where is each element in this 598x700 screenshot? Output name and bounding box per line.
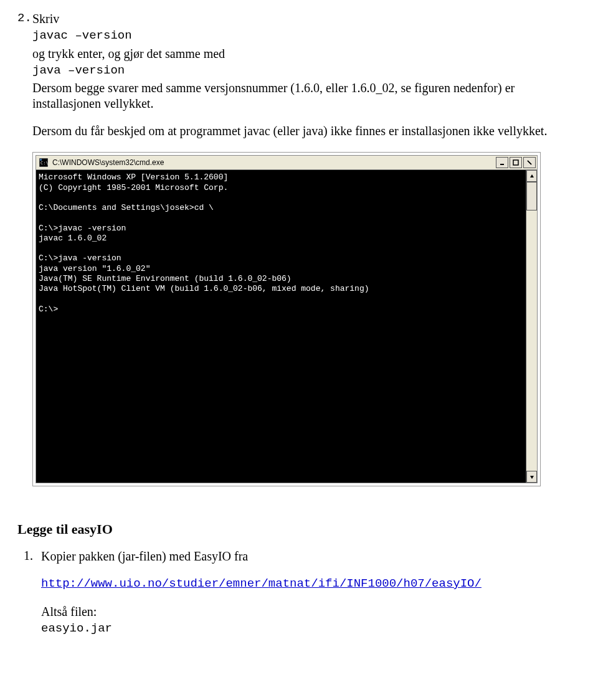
minimize-button[interactable] [496, 157, 508, 168]
scroll-up-button[interactable] [526, 170, 537, 182]
cmd-titlebar: C:\ C:\WINDOWS\system32\cmd.exe [36, 155, 538, 170]
scroll-thumb[interactable] [526, 182, 537, 210]
step-line2: Dersom begge svarer med samme versjonsnu… [32, 80, 581, 111]
easyio-url-link[interactable]: http://www.uio.no/studier/emner/matnat/i… [41, 577, 482, 590]
step-line3: Dersom du får beskjed om at programmet j… [32, 123, 581, 138]
scrollbar[interactable] [526, 170, 537, 483]
svg-line-6 [528, 161, 531, 164]
close-button[interactable] [523, 157, 536, 168]
svg-text:C:\: C:\ [40, 161, 48, 166]
step-number: 2. [17, 11, 32, 141]
console-output: Microsoft Windows XP [Version 5.1.2600] … [36, 170, 526, 483]
easyio-step1-text: Kopier pakken (jar-filen) med EasyIO fra [41, 549, 581, 564]
maximize-button[interactable] [510, 157, 522, 168]
cmd-icon: C:\ [39, 158, 49, 168]
scroll-track[interactable] [526, 182, 537, 471]
svg-rect-4 [513, 160, 518, 165]
svg-marker-8 [530, 476, 534, 479]
easyio-step1-num: 1. [17, 549, 41, 638]
easyio-heading: Legge til easyIO [17, 521, 581, 537]
step-line1b: og trykk enter, og gjør det samme med [32, 46, 581, 61]
cmd-window: C:\ C:\WINDOWS\system32\cmd.exe Microsof… [32, 152, 541, 486]
code-java-version: java –version [32, 64, 581, 78]
code-javac-version: javac –version [32, 29, 581, 43]
step-write: Skriv [32, 11, 581, 26]
scroll-down-button[interactable] [526, 471, 537, 483]
easyio-altsa: Altså filen: [41, 604, 581, 619]
svg-marker-7 [530, 174, 534, 177]
easyio-filename: easyio.jar [41, 622, 581, 636]
cmd-title: C:\WINDOWS\system32\cmd.exe [51, 158, 496, 167]
